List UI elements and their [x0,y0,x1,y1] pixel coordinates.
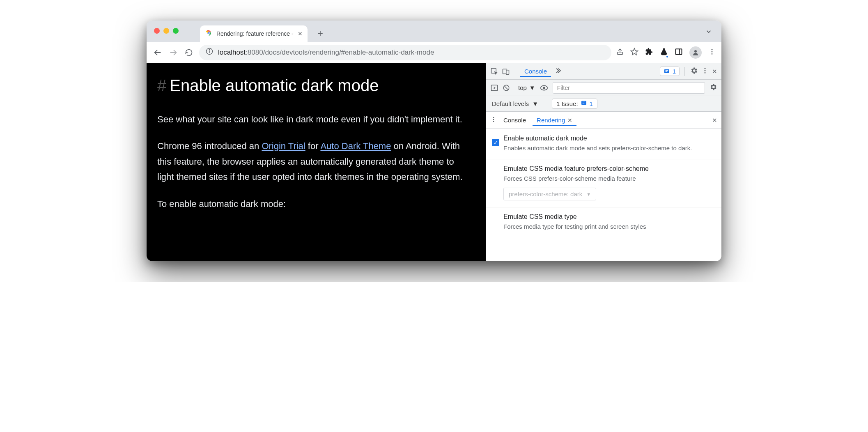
window-close-button[interactable] [154,28,160,34]
bookmark-icon[interactable] [630,48,638,57]
issues-badge-count: 1 [673,68,676,75]
reload-button[interactable] [184,47,194,58]
option-title: Emulate CSS media feature prefers-color-… [503,165,714,172]
context-selector[interactable]: top ▼ [518,84,535,91]
menu-icon[interactable] [708,48,716,57]
drawer-tab-console[interactable]: Console [499,114,530,126]
console-sidebar-toggle-icon[interactable] [490,84,498,92]
device-toolbar-icon[interactable] [502,67,510,76]
auto-dark-theme-link[interactable]: Auto Dark Theme [320,141,391,151]
svg-point-12 [694,50,697,53]
close-devtools-icon[interactable]: ✕ [712,68,717,75]
tab-title: Rendering: feature reference - [216,30,294,37]
select-value: prefers-color-scheme: dark [509,191,582,198]
issues-badge[interactable]: 1 [660,67,680,76]
svg-point-14 [712,51,713,52]
site-info-icon[interactable] [206,48,213,57]
close-rendering-tab-icon[interactable]: ✕ [567,117,572,124]
page-paragraph-2: Chrome 96 introduced an Origin Trial for… [157,138,472,184]
panel-tab-console[interactable]: Console [520,65,551,77]
enable-dark-mode-checkbox[interactable]: ✓ [492,139,499,146]
side-panel-icon[interactable] [675,48,683,57]
log-levels-selector[interactable]: Default levels ▼ [492,100,538,107]
svg-rect-23 [491,85,498,90]
caret-down-icon: ▼ [529,84,535,91]
prefers-color-scheme-select: prefers-color-scheme: dark ▼ [503,188,596,200]
window-controls [154,28,179,34]
drawer-tab-rendering[interactable]: Rendering ✕ [533,114,576,126]
svg-point-27 [543,87,545,89]
address-bar[interactable]: localhost:8080/docs/devtools/rendering/#… [199,45,611,60]
svg-point-22 [705,72,706,74]
svg-point-15 [712,53,713,54]
page-content: #Enable automatic dark mode See what you… [147,63,486,261]
separator [545,100,545,108]
page-heading-text: Enable automatic dark mode [170,76,379,94]
clear-console-icon[interactable] [503,84,510,92]
issues-chip-label: 1 Issue: [556,100,578,107]
new-tab-button[interactable]: ＋ [316,27,325,39]
drawer-tab-rendering-label: Rendering [537,117,565,124]
issues-chip-count: 1 [590,100,593,107]
window-maximize-button[interactable] [173,28,179,34]
devtools-menu-icon[interactable] [701,67,709,76]
option-desc: Forces CSS prefers-color-scheme media fe… [503,174,714,183]
option-desc: Enables automatic dark mode and sets pre… [503,144,714,152]
svg-rect-10 [676,49,682,54]
option-prefers-color-scheme: Emulate CSS media feature prefers-color-… [486,159,721,207]
option-media-type: Emulate CSS media type Forces media type… [486,207,721,237]
svg-line-25 [505,86,508,90]
svg-point-31 [493,121,494,122]
toolbar-right [616,46,716,59]
chrome-favicon-icon [205,29,212,38]
svg-point-21 [705,70,706,71]
tabs-dropdown-icon[interactable] [705,28,712,37]
svg-point-30 [493,119,494,120]
log-levels-label: Default levels [492,100,529,107]
para2-segment-b: for [305,141,321,151]
console-settings-icon[interactable] [709,83,717,92]
issue-icon [581,100,587,108]
extensions-icon[interactable] [645,48,653,57]
labs-icon[interactable] [660,48,668,57]
url-port: :8080 [246,48,263,56]
close-drawer-icon[interactable]: ✕ [712,117,717,124]
svg-point-13 [712,49,713,50]
separator [515,67,515,76]
browser-window: Rendering: feature reference - ✕ ＋ local… [147,21,721,261]
svg-point-29 [493,117,494,118]
option-title: Emulate CSS media type [503,213,714,221]
svg-marker-9 [631,48,638,55]
svg-point-20 [705,68,706,69]
url-text: localhost:8080/docs/devtools/rendering/#… [218,48,434,57]
page-heading: #Enable automatic dark mode [157,71,472,99]
titlebar: Rendering: feature reference - ✕ ＋ [147,21,721,42]
para2-segment-a: Chrome 96 introduced an [157,141,262,151]
url-domain: localhost [218,48,246,56]
devtools-main-toolbar: Console 1 ✕ [486,63,721,80]
issues-chip[interactable]: 1 Issue: 1 [552,99,597,109]
console-filter-input[interactable] [553,82,705,94]
inspect-element-icon[interactable] [490,67,498,76]
drawer-menu-icon[interactable] [490,116,497,124]
tab-close-icon[interactable]: ✕ [298,30,303,37]
back-button[interactable] [152,47,163,58]
context-label: top [518,84,527,91]
option-desc: Forces media type for testing print and … [503,222,714,231]
main-area: #Enable automatic dark mode See what you… [147,63,721,261]
separator [684,67,685,76]
live-expression-icon[interactable] [540,83,549,92]
window-minimize-button[interactable] [163,28,169,34]
forward-button[interactable] [168,47,179,58]
share-icon[interactable] [616,48,624,57]
profile-avatar[interactable] [689,46,702,59]
browser-toolbar: localhost:8080/docs/devtools/rendering/#… [147,42,721,63]
more-tabs-icon[interactable] [554,67,562,76]
origin-trial-link[interactable]: Origin Trial [262,141,305,151]
anchor-hash-icon[interactable]: # [157,76,166,94]
console-toolbar: top ▼ [486,80,721,96]
browser-tab[interactable]: Rendering: feature reference - ✕ [200,25,308,42]
drawer-tabs: Console Rendering ✕ ✕ [486,112,721,129]
devtools-panel: Console 1 ✕ [486,63,721,261]
settings-icon[interactable] [690,67,698,76]
